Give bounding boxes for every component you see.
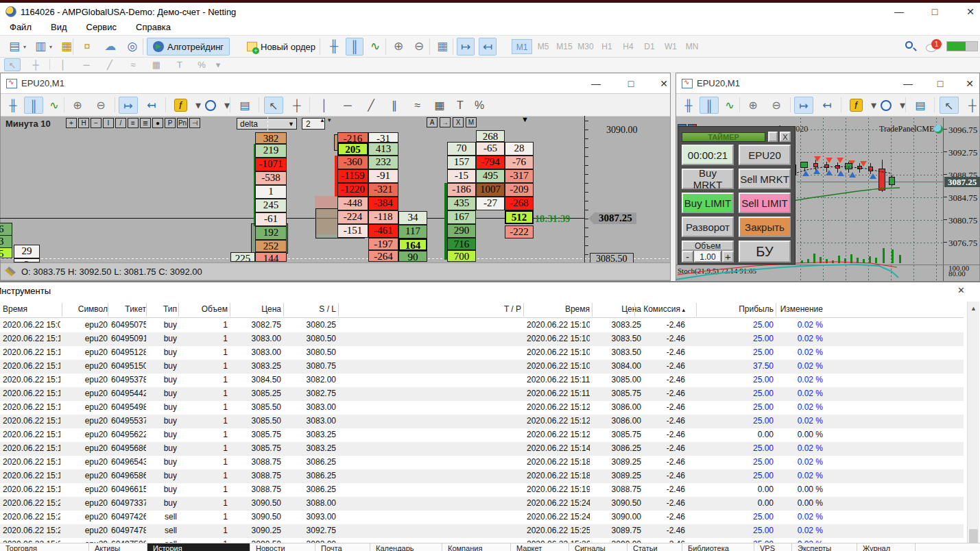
zoom-out-icon[interactable]: ⊖ (91, 97, 110, 114)
toolbox-tab-Календарь[interactable]: Календарь (370, 543, 442, 551)
mql5-cloud-icon[interactable]: ☁ (101, 38, 119, 56)
tile-windows-icon[interactable]: ▦ (433, 38, 451, 56)
cluster-button-−[interactable]: − (91, 118, 101, 128)
auto-scroll-icon[interactable]: ↤ (142, 97, 161, 114)
column-header-Комиссия[interactable]: Комиссия ▴ (638, 304, 685, 314)
auto-scroll-icon[interactable]: ↤ (479, 38, 497, 56)
symbol-button[interactable]: EPU20 (739, 145, 791, 165)
toolbox-close-icon[interactable]: ✕ (957, 285, 965, 295)
reverse-button[interactable]: Разворот (682, 217, 734, 237)
bars-icon[interactable]: ╫ (3, 97, 23, 114)
table-row[interactable]: 2020.06.22 15:11:38epu2060495442buy13085… (0, 387, 964, 401)
new-chart-icon-dropdown[interactable]: ▾ (23, 44, 26, 50)
arrows-icon[interactable]: % (193, 58, 210, 71)
toolbox-tab-Почта[interactable]: Почта (315, 543, 370, 551)
zoom-in-icon[interactable]: ⊕ (390, 38, 407, 56)
candles-icon[interactable]: ║ (346, 38, 363, 56)
cluster-button-≣[interactable]: ≣ (140, 118, 151, 128)
buy-market-button[interactable]: Buy MRKT (682, 169, 734, 189)
shift-end-icon[interactable]: ↦ (457, 38, 475, 56)
indicators-icon[interactable]: f (846, 97, 865, 114)
cluster-button-+[interactable]: + (66, 118, 77, 128)
column-header-Время[interactable]: Время (3, 304, 60, 314)
corner-button-→[interactable]: → (440, 117, 451, 127)
text-icon[interactable]: T (171, 58, 188, 71)
new-chart-icon[interactable]: ▤ (5, 38, 23, 56)
toolbox-tab-Маркет[interactable]: Маркет (511, 543, 569, 551)
trade-panel-close-button[interactable]: X (780, 132, 791, 142)
menu-item-Файл[interactable]: Файл (0, 21, 41, 35)
column-header-Время[interactable]: Время (527, 304, 590, 314)
horizontal-line-icon[interactable]: ─ (338, 97, 357, 114)
search-icon[interactable] (905, 41, 913, 49)
arrows-icon[interactable]: % (470, 97, 489, 114)
profiles-icon-dropdown[interactable]: ▾ (49, 44, 52, 50)
menu-item-Сервис[interactable]: Сервис (77, 21, 127, 35)
cursor-icon[interactable]: ↖ (4, 58, 21, 71)
column-header-S / L[interactable]: S / L (287, 304, 336, 314)
periods-dropdown[interactable]: ▾ (217, 97, 237, 114)
menu-item-Справка[interactable]: Справка (126, 21, 180, 35)
close-position-button[interactable]: Закрыть (739, 217, 791, 237)
zoom-in-icon[interactable]: ⊕ (743, 97, 763, 114)
table-row[interactable]: 2020.06.22 15:10:31epu2060495150buy13083… (0, 360, 964, 374)
zoom-out-icon[interactable]: ⊖ (410, 38, 428, 56)
channel-icon[interactable]: ∥ (385, 97, 404, 114)
cluster-button-Pn[interactable]: Pn (177, 118, 188, 128)
algo-trading-button[interactable]: Алготрейдинг (147, 38, 230, 56)
table-row[interactable]: 2020.06.22 15:19:00epu2060496615buy13088… (0, 483, 964, 497)
toolbox-tab-Библиотека[interactable]: Библиотека (682, 543, 754, 551)
delta-mode-select[interactable]: delta▼ (237, 118, 297, 130)
toolbox-tab-Сигналы[interactable]: Сигналы (569, 543, 628, 551)
table-row[interactable]: 2020.06.22 15:10:05epu2060495091buy13083… (0, 332, 964, 346)
column-header-T / P[interactable]: T / P (342, 304, 521, 314)
trendline-icon[interactable]: ╱ (361, 97, 381, 114)
cluster-button-P[interactable]: P (165, 118, 176, 128)
zoom-in-icon[interactable]: ⊕ (68, 97, 87, 114)
cluster-button-≡[interactable]: ≡ (128, 118, 139, 128)
sell-market-button[interactable]: Sell MRKT (739, 169, 791, 189)
trade-panel-title[interactable]: ТАЙМЕР (682, 132, 765, 142)
line-chart-icon[interactable]: ∿ (720, 97, 739, 114)
auto-scroll-icon[interactable]: ↤ (817, 97, 837, 114)
column-header-Тикет[interactable]: Тикет (111, 304, 146, 314)
periods-dropdown[interactable]: ▾ (893, 97, 912, 114)
text-icon[interactable]: T (451, 97, 470, 114)
zoom-out-icon[interactable]: ⊖ (767, 97, 786, 114)
cluster-button-/[interactable]: / (115, 118, 126, 128)
table-row[interactable]: 2020.06.22 15:11:28epu2060495378buy13084… (0, 374, 964, 387)
column-header-Цена[interactable]: Цена (233, 304, 281, 314)
arrows-dropdown[interactable]: ▾ (210, 58, 226, 71)
fibo-icon[interactable]: ≈ (125, 58, 141, 71)
sell-limit-button[interactable]: Sell LIMIT (739, 193, 791, 213)
column-header-Прибыль[interactable]: Прибыль (700, 304, 774, 314)
table-row[interactable]: 2020.06.22 15:18:10epu2060496543buy13088… (0, 456, 964, 469)
indicators-icon[interactable]: f (171, 97, 190, 114)
timeframe-M15[interactable]: M15 (554, 39, 575, 54)
toolbox-tab-Статьи[interactable]: Статьи (628, 543, 682, 551)
crosshair-icon[interactable]: ┼ (963, 97, 980, 114)
timeframe-MN[interactable]: MN (682, 39, 702, 54)
timeframe-H1[interactable]: H1 (597, 39, 617, 54)
buy-limit-button[interactable]: Buy LIMIT (682, 193, 734, 213)
corner-button-A[interactable]: A (427, 117, 438, 127)
cursor-icon[interactable]: ↖ (940, 97, 959, 114)
scrollbar[interactable]: ▲ ▼ (967, 302, 979, 551)
notification-badge[interactable]: 1 (931, 39, 942, 49)
scroll-up-icon[interactable]: ▲ (968, 303, 979, 315)
candles-icon[interactable]: ║ (700, 97, 719, 114)
vertical-line-icon[interactable]: │ (315, 97, 334, 114)
toolbox-tab-Активы[interactable]: Активы (89, 543, 147, 551)
templates-icon[interactable]: ▤ (911, 97, 930, 114)
table-row[interactable]: 2020.06.22 15:11:55epu2060495498buy13085… (0, 401, 964, 415)
table-row[interactable]: 2020.06.22 15:12:02epu2060495537buy13085… (0, 415, 964, 428)
deposit-icon[interactable]: ¤ (78, 38, 96, 56)
timeframe-H4[interactable]: H4 (618, 39, 638, 54)
chart2-maximize-button[interactable]: □ (924, 75, 956, 93)
bars-icon[interactable]: ╫ (679, 97, 698, 114)
chart2-title-bar[interactable]: EPU20,M1 — □ ✕ (676, 73, 979, 94)
vertical-line-icon[interactable]: │ (55, 58, 71, 71)
templates-icon[interactable]: ▤ (235, 97, 254, 114)
close-button[interactable]: ✕ (955, 3, 980, 21)
broadcast-icon[interactable]: ◎ (123, 38, 141, 56)
